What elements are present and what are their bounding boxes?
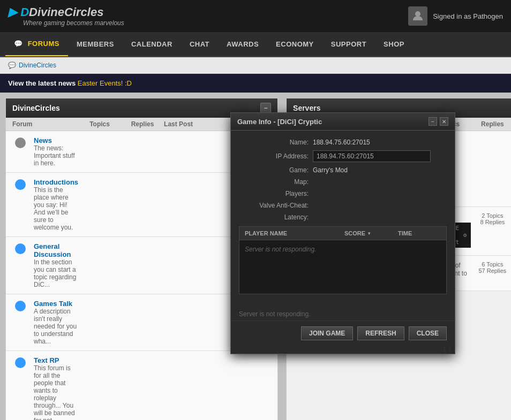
- name-label: Name:: [239, 139, 309, 146]
- ip-input[interactable]: [313, 150, 431, 162]
- breadcrumb-home[interactable]: DivineCircles: [19, 62, 56, 69]
- news-text: Easter Events! :D: [78, 79, 132, 87]
- nav-chat[interactable]: CHAT: [181, 33, 218, 56]
- nav-awards[interactable]: AWARDS: [218, 33, 267, 56]
- modal-minimize-btn[interactable]: −: [429, 117, 437, 126]
- refresh-button[interactable]: REFRESH: [357, 326, 404, 340]
- forum-desc-text-rp: This forum is for all the people that wa…: [34, 364, 78, 420]
- breadcrumb-icon: 💬: [8, 62, 16, 69]
- status-icon-general: [15, 243, 26, 254]
- forum-name-games-talk[interactable]: Games Talk: [34, 300, 78, 308]
- forum-name-text-rp[interactable]: Text RP: [34, 356, 78, 364]
- logo[interactable]: ▶ DDivineCircles: [8, 5, 124, 19]
- section-title-main: DivineCircles: [12, 104, 60, 112]
- resize-handle[interactable]: ⋮⋮: [231, 346, 455, 354]
- nav-economy[interactable]: ECONOMY: [267, 33, 322, 56]
- status-icon-games-talk: [15, 301, 26, 311]
- pt-col-time-label: TIME: [398, 230, 441, 236]
- status-icon-intro: [15, 179, 26, 190]
- not-responding-msg: Server is not responding.: [245, 246, 316, 253]
- forum-desc-games-talk: A description isn't really needed for yo…: [34, 308, 78, 345]
- game-label: Game:: [239, 166, 309, 174]
- nav-shop[interactable]: SHOP: [375, 33, 413, 56]
- forum-stats-ttt: 2 Topics 8 Replies: [471, 212, 511, 225]
- info-row-name: Name: 188.94.75.60:27015: [239, 139, 447, 146]
- forum-info-general: General Discussion In the section you ca…: [34, 242, 78, 288]
- avatar: [408, 6, 427, 26]
- forum-info-news: News The news: Important stuff in here.: [34, 136, 78, 167]
- players-label: Players:: [239, 190, 309, 197]
- pt-col-score-label: SCORE ▼: [344, 230, 398, 236]
- forum-info-games-talk: Games Talk A description isn't really ne…: [34, 300, 78, 345]
- close-button[interactable]: CLOSE: [409, 326, 447, 340]
- forum-row-text-rp: Text RP This forum is for all the people…: [6, 351, 277, 420]
- svg-point-0: [415, 11, 420, 17]
- section-title-servers: Servers: [293, 104, 320, 112]
- forum-info-intro: Introductions This is the place where yo…: [34, 178, 78, 231]
- info-row-map: Map:: [239, 178, 447, 186]
- col-replies-label: Replies: [121, 120, 164, 128]
- info-row-game: Game: Garry's Mod: [239, 166, 447, 174]
- nav-support[interactable]: SUPPORT: [322, 33, 375, 56]
- nav-forums[interactable]: 💬 FORUMS: [5, 32, 68, 56]
- join-game-button[interactable]: JOIN GAME: [301, 326, 353, 340]
- name-value: 188.94.75.60:27015: [313, 139, 447, 146]
- forum-desc-general: In the section you can start a topic reg…: [34, 258, 78, 288]
- player-table-body: Server is not responding.: [239, 240, 446, 294]
- news-prefix: View the latest news: [8, 79, 76, 87]
- status-icon-news: [15, 138, 26, 148]
- forum-stats-minecraft: 6 Topics 57 Replies: [471, 261, 511, 274]
- collapse-main-btn[interactable]: −: [260, 103, 271, 113]
- ip-label: IP Address:: [239, 152, 309, 160]
- info-row-latency: Latency:: [239, 213, 447, 221]
- breadcrumb: 💬 DivineCircles: [0, 57, 511, 74]
- forums-icon: 💬: [14, 40, 23, 48]
- info-row-players: Players:: [239, 190, 447, 197]
- pt-col-name-label: PLAYER NAME: [245, 230, 344, 236]
- latency-label: Latency:: [239, 213, 309, 221]
- info-row-ip: IP Address:: [239, 150, 447, 162]
- player-table: PLAYER NAME SCORE ▼ TIME Server is not r…: [239, 226, 447, 294]
- forum-desc-intro: This is the place where you say: Hi! And…: [34, 186, 78, 231]
- logo-tagline: Where gaming becomes marvelous: [8, 19, 124, 27]
- sort-icon: ▼: [367, 231, 371, 236]
- player-table-header: PLAYER NAME SCORE ▼ TIME: [239, 227, 446, 240]
- forum-icon-games-talk: [12, 301, 28, 311]
- forum-desc-news: The news: Important stuff in here.: [34, 144, 78, 167]
- signed-in-label: Signed in as Pathogen: [433, 12, 503, 20]
- forum-icon-general: [12, 243, 28, 254]
- modal-body: Name: 188.94.75.60:27015 IP Address: Gam…: [231, 131, 455, 308]
- map-label: Map:: [239, 178, 309, 186]
- forum-info-text-rp: Text RP This forum is for all the people…: [34, 356, 78, 420]
- forum-name-general[interactable]: General Discussion: [34, 242, 78, 258]
- forum-icon-text-rp: [12, 357, 28, 368]
- modal-close-btn[interactable]: ✕: [440, 117, 448, 126]
- logo-area: ▶ DDivineCircles Where gaming becomes ma…: [8, 5, 124, 27]
- modal-title: Game Info - [DiCi] Cryptic: [237, 118, 322, 126]
- col-replies-label-s: Replies: [471, 120, 511, 128]
- modal-titlebar: Game Info - [DiCi] Cryptic − ✕: [231, 113, 455, 131]
- modal-controls: − ✕: [429, 117, 448, 126]
- status-icon-text-rp: [15, 357, 26, 368]
- forum-icon-news: [12, 138, 28, 148]
- game-value: Garry's Mod: [313, 166, 447, 174]
- nav-calendar[interactable]: CALENDAR: [123, 33, 181, 56]
- site-header: ▶ DDivineCircles Where gaming becomes ma…: [0, 0, 511, 32]
- info-row-vac: Valve Anti-Cheat:: [239, 202, 447, 209]
- server-status-msg: Server is not responding.: [231, 308, 455, 320]
- forum-name-news[interactable]: News: [34, 136, 78, 144]
- forum-name-intro[interactable]: Introductions: [34, 178, 78, 186]
- col-topics-label: Topics: [78, 120, 121, 128]
- modal-footer: JOIN GAME REFRESH CLOSE: [231, 320, 455, 346]
- user-area: Signed in as Pathogen: [408, 6, 503, 26]
- forum-icon-intro: [12, 179, 28, 190]
- game-info-modal: Game Info - [DiCi] Cryptic − ✕ Name: 188…: [230, 112, 455, 354]
- vac-label: Valve Anti-Cheat:: [239, 202, 309, 209]
- nav-members[interactable]: MEMBERS: [68, 33, 123, 56]
- news-bar: View the latest news Easter Events! :D: [0, 74, 511, 93]
- col-forum-label: Forum: [12, 120, 78, 128]
- main-nav: 💬 FORUMS MEMBERS CALENDAR CHAT AWARDS EC…: [0, 32, 511, 57]
